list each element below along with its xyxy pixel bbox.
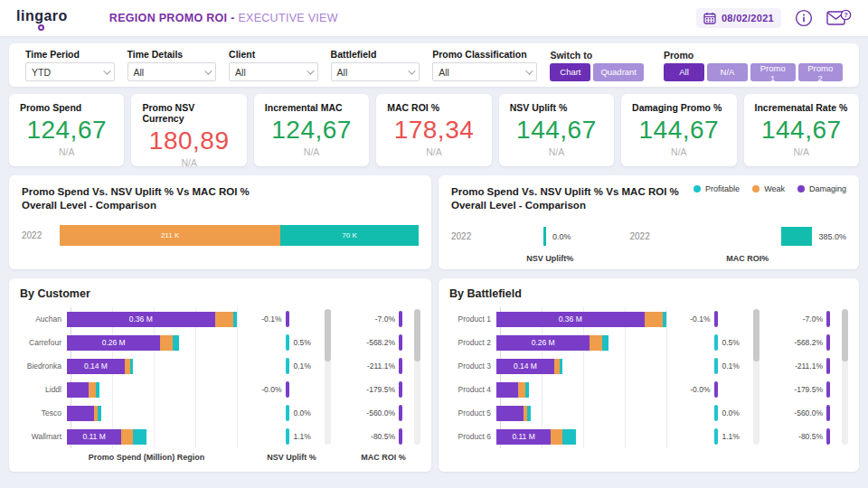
mac-roi-bar[interactable] bbox=[781, 227, 812, 246]
bar-segment-damaging[interactable]: 0.14 M bbox=[67, 359, 125, 374]
bar-segment-damaging[interactable]: 0.36 M bbox=[67, 312, 215, 327]
legend-item-weak[interactable]: Weak bbox=[752, 184, 785, 193]
category-label: Product 3 bbox=[449, 361, 496, 371]
bar-segment-weak[interactable] bbox=[121, 429, 133, 445]
bar-segment-weak[interactable] bbox=[590, 335, 601, 351]
bar-value-label: 0.36 M bbox=[559, 314, 582, 324]
kpi-label: Promo Spend bbox=[20, 102, 113, 113]
contact-help-icon[interactable]: ? bbox=[826, 8, 852, 28]
nsv-uplift-tick[interactable] bbox=[714, 405, 718, 421]
bar-segment-damaging[interactable]: 0.26 M bbox=[496, 335, 590, 351]
mac-roi-tick[interactable] bbox=[399, 381, 402, 398]
nsv-uplift-tick[interactable] bbox=[286, 381, 289, 398]
bar-segment-weak[interactable] bbox=[518, 382, 525, 398]
bar-segment-damaging[interactable] bbox=[496, 382, 518, 398]
mac-roi-value: -560.0% bbox=[346, 408, 395, 418]
promo-all-button[interactable]: All bbox=[664, 63, 704, 81]
filter-client: Client All bbox=[229, 49, 318, 81]
legend-item-damaging[interactable]: Damaging bbox=[797, 184, 846, 193]
battlefield-select[interactable]: All bbox=[331, 62, 420, 81]
bar-track: 0.14 M bbox=[67, 359, 237, 374]
mac-roi-tick[interactable] bbox=[826, 358, 830, 374]
mini-chart-axis-labels: NSV Uplift% MAC ROI% bbox=[451, 254, 846, 263]
comparison-chart-uplift-roi: Promo Spend Vs. NSV Uplift % Vs MAC ROI … bbox=[439, 175, 859, 269]
nsv-uplift-tick[interactable] bbox=[714, 334, 718, 351]
mac-roi-tick[interactable] bbox=[826, 381, 830, 398]
nsv-uplift-tick[interactable] bbox=[286, 358, 289, 374]
report-title-separator: - bbox=[227, 12, 238, 24]
nsv-uplift-tick[interactable] bbox=[714, 381, 718, 398]
chevron-down-icon bbox=[103, 67, 110, 74]
nsv-uplift-value: 1.1% bbox=[722, 432, 740, 441]
bar-segment-weak[interactable]: 211 K bbox=[60, 225, 280, 246]
nsv-uplift-tick[interactable] bbox=[286, 428, 289, 445]
info-icon[interactable] bbox=[794, 8, 814, 28]
mac-roi-tick[interactable] bbox=[399, 358, 402, 374]
mini-charts: 2022 0.0% 2022 385.0% bbox=[451, 227, 846, 247]
bar-segment-damaging[interactable] bbox=[67, 406, 94, 421]
quadrant-button[interactable]: Quadrant bbox=[593, 63, 644, 81]
bar-segment-profitable[interactable] bbox=[560, 359, 563, 374]
nsv-uplift-value: 0.1% bbox=[294, 361, 311, 371]
comparison-chart-spend: Promo Spend Vs. NSV Uplift % Vs MAC ROI … bbox=[9, 175, 431, 269]
nsv-uplift-tick[interactable] bbox=[286, 334, 289, 351]
bar-segment-profitable[interactable] bbox=[130, 359, 134, 374]
date-value: 08/02/2021 bbox=[722, 13, 774, 23]
bar-segment-profitable[interactable] bbox=[663, 312, 666, 327]
bar-segment-profitable[interactable] bbox=[527, 406, 531, 421]
kpi-subvalue: N/A bbox=[387, 146, 480, 157]
bar-segment-weak[interactable] bbox=[645, 312, 664, 327]
kpi-subvalue: N/A bbox=[510, 146, 603, 157]
client-select[interactable]: All bbox=[229, 62, 318, 81]
bar-segment-weak[interactable] bbox=[89, 382, 96, 398]
bar-segment-weak[interactable] bbox=[160, 335, 172, 351]
bar-segment-damaging[interactable]: 0.11 M bbox=[67, 429, 121, 445]
mac-roi-tick[interactable] bbox=[399, 334, 402, 351]
promo-1-button[interactable]: Promo 1 bbox=[750, 63, 795, 81]
bar-segment-damaging[interactable] bbox=[67, 382, 89, 398]
bar-segment-damaging[interactable]: 0.14 M bbox=[496, 359, 554, 374]
bar-segment-weak[interactable] bbox=[215, 312, 234, 327]
nsv-uplift-tick[interactable] bbox=[714, 428, 718, 445]
promo-classification-select[interactable]: All bbox=[432, 62, 537, 81]
mac-roi-tick[interactable] bbox=[399, 311, 402, 327]
bar-segment-profitable[interactable] bbox=[133, 429, 146, 445]
chart-button[interactable]: Chart bbox=[550, 63, 590, 81]
bar-segment-weak[interactable] bbox=[551, 429, 562, 445]
promo-na-button[interactable]: N/A bbox=[707, 63, 748, 81]
nsv-uplift-bar[interactable] bbox=[543, 227, 546, 246]
nsv-uplift-tick[interactable] bbox=[286, 405, 289, 421]
legend-dot bbox=[797, 185, 805, 192]
bar-value-label: 211 K bbox=[161, 231, 179, 239]
promo-2-button[interactable]: Promo 2 bbox=[798, 63, 843, 81]
bar-segment-profitable[interactable] bbox=[233, 312, 237, 327]
bar-segment-damaging[interactable]: 0.36 M bbox=[496, 312, 645, 327]
bar-segment-damaging[interactable]: 0.26 M bbox=[67, 335, 160, 351]
legend-item-profitable[interactable]: Profitable bbox=[693, 184, 740, 193]
time-period-select[interactable]: YTD bbox=[25, 62, 115, 81]
bar-segment-profitable[interactable] bbox=[602, 335, 609, 351]
bar-segment-profitable[interactable] bbox=[562, 429, 576, 445]
bar-segment-damaging[interactable] bbox=[496, 406, 524, 421]
category-label: Tesco bbox=[20, 408, 67, 418]
bar-segment-profitable[interactable] bbox=[525, 382, 529, 398]
bar-segment-profitable[interactable] bbox=[173, 335, 180, 351]
bar-row: Biedronka0.14 M bbox=[20, 354, 237, 378]
nsv-uplift-tick[interactable] bbox=[714, 358, 718, 374]
mac-roi-tick[interactable] bbox=[399, 405, 402, 421]
nsv-uplift-row: 0.1% bbox=[253, 354, 331, 378]
category-label: Product 2 bbox=[449, 338, 496, 347]
bar-segment-profitable[interactable]: 70 K bbox=[280, 225, 419, 246]
bar-segment-damaging[interactable]: 0.11 M bbox=[496, 429, 551, 445]
nsv-uplift-tick[interactable] bbox=[286, 311, 289, 327]
mac-roi-tick[interactable] bbox=[826, 311, 830, 327]
mac-roi-tick[interactable] bbox=[399, 428, 402, 445]
nsv-uplift-tick[interactable] bbox=[714, 311, 718, 327]
bar-segment-profitable[interactable] bbox=[98, 406, 101, 421]
mac-roi-tick[interactable] bbox=[826, 334, 830, 351]
mac-roi-tick[interactable] bbox=[826, 405, 830, 421]
bar-segment-profitable[interactable] bbox=[96, 382, 99, 398]
time-details-select[interactable]: All bbox=[127, 62, 217, 81]
bar-track: 0.36 M bbox=[67, 312, 237, 327]
mac-roi-tick[interactable] bbox=[826, 428, 830, 445]
